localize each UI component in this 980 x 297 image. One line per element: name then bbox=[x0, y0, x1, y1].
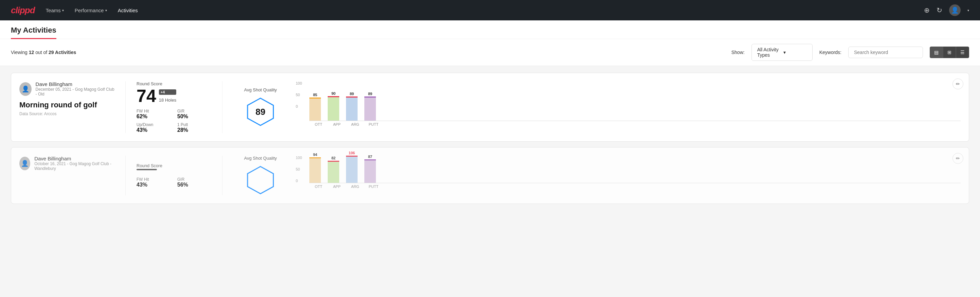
filter-bar: Viewing 12 out of 29 Activities Show: Al… bbox=[0, 39, 980, 66]
hex-value: 89 bbox=[256, 107, 266, 117]
activities-list: ✏ 👤 Dave Billingham December 05, 2021 - … bbox=[0, 66, 980, 216]
activity-type-value: All Activity Types bbox=[757, 47, 781, 58]
bar-ott: 94 bbox=[309, 153, 321, 183]
nav-right: ⊕ ↻ 👤 ▾ bbox=[924, 5, 969, 16]
bar-value-app: 82 bbox=[331, 156, 336, 160]
search-input[interactable] bbox=[848, 46, 923, 58]
nav-label-activities: Activities bbox=[118, 8, 138, 13]
bar-value-ott: 85 bbox=[313, 93, 317, 97]
bar-chart: 100 50 0 94 82 bbox=[296, 156, 961, 195]
quality-label: Avg Shot Quality bbox=[244, 87, 277, 93]
data-source: Data Source: Arccos bbox=[19, 112, 115, 116]
x-label-putt: PUTT bbox=[368, 122, 379, 126]
chevron-down-icon: ▾ bbox=[62, 8, 64, 12]
logo[interactable]: clippd bbox=[11, 5, 35, 16]
bar-arg: 106 bbox=[346, 151, 358, 183]
list-compact-icon: ▤ bbox=[934, 50, 939, 55]
svg-marker-1 bbox=[248, 166, 274, 194]
card-divider bbox=[125, 156, 126, 195]
x-label-arg: ARG bbox=[349, 122, 361, 126]
add-icon[interactable]: ⊕ bbox=[924, 6, 930, 14]
x-label-app: APP bbox=[331, 185, 343, 188]
y-label-50: 50 bbox=[296, 93, 302, 97]
refresh-icon[interactable]: ↻ bbox=[937, 6, 942, 14]
score-placeholder bbox=[137, 169, 157, 170]
nav-item-performance[interactable]: Performance ▾ bbox=[75, 6, 107, 14]
nav-label-teams: Teams bbox=[46, 8, 61, 13]
bar-value-arg: 106 bbox=[349, 151, 355, 155]
person-icon: 👤 bbox=[21, 160, 29, 167]
round-score-label: Round Score bbox=[137, 163, 211, 168]
card-left: 👤 Dave Billingham October 16, 2021 - Gog… bbox=[19, 156, 115, 195]
person-icon: 👤 bbox=[22, 85, 29, 93]
nav-item-teams[interactable]: Teams ▾ bbox=[46, 6, 64, 14]
compact-list-view-button[interactable]: ▤ bbox=[930, 46, 943, 58]
show-label: Show: bbox=[732, 50, 745, 55]
y-label-0: 0 bbox=[296, 179, 302, 183]
bar-arg: 89 bbox=[346, 92, 358, 121]
bar-app: 90 bbox=[328, 91, 339, 121]
viewing-count-text: Viewing 12 out of 29 Activities bbox=[11, 50, 76, 55]
navbar: clippd Teams ▾ Performance ▾ Activities … bbox=[0, 0, 980, 21]
list-icon: ☰ bbox=[960, 50, 965, 55]
bar-value-putt: 87 bbox=[368, 155, 372, 159]
activity-type-dropdown[interactable]: All Activity Types ▾ bbox=[751, 44, 813, 61]
bar-putt: 87 bbox=[364, 155, 376, 183]
list-view-button[interactable]: ☰ bbox=[956, 46, 969, 58]
score-badge: +4 bbox=[159, 89, 176, 95]
avatar: 👤 bbox=[19, 82, 32, 96]
avg-shot-quality: Avg Shot Quality 89 bbox=[233, 81, 288, 133]
page-title: My Activities bbox=[11, 26, 56, 39]
x-label-app: APP bbox=[331, 122, 343, 126]
activity-card: ✏ 👤 Dave Billingham December 05, 2021 - … bbox=[11, 73, 969, 142]
page-header: My Activities bbox=[0, 21, 980, 39]
avatar: 👤 bbox=[19, 156, 30, 170]
x-label-ott: OTT bbox=[313, 185, 324, 188]
bar-value-app: 90 bbox=[331, 91, 336, 96]
user-avatar-button[interactable]: 👤 bbox=[949, 5, 961, 16]
bar-value-arg: 89 bbox=[350, 92, 354, 96]
fw-hit-stat: FW Hit 43% bbox=[137, 177, 170, 188]
person-icon: 👤 bbox=[951, 6, 959, 14]
grid-view-button[interactable]: ⊞ bbox=[943, 46, 956, 58]
user-name: Dave Billingham bbox=[34, 156, 115, 161]
bar-value-ott: 94 bbox=[313, 153, 317, 156]
card-stats: Round Score FW Hit 43% GIR 56% bbox=[137, 156, 211, 195]
updown-stat: Up/Down 43% bbox=[137, 122, 170, 133]
one-putt-stat: 1 Putt 28% bbox=[177, 122, 211, 133]
gir-stat: GIR 50% bbox=[177, 109, 211, 120]
y-label-100: 100 bbox=[296, 156, 302, 160]
round-score-label: Round Score bbox=[137, 81, 211, 86]
bar-value-putt: 89 bbox=[368, 92, 372, 96]
chevron-down-icon[interactable]: ▾ bbox=[967, 8, 969, 12]
hexagon-chart bbox=[245, 165, 276, 195]
nav-item-activities[interactable]: Activities bbox=[118, 6, 138, 14]
user-date: December 05, 2021 - Gog Magog Golf Club … bbox=[36, 87, 115, 96]
bar-chart: 100 50 0 85 90 bbox=[296, 81, 961, 133]
card-left: 👤 Dave Billingham December 05, 2021 - Go… bbox=[19, 81, 115, 133]
bar-ott: 85 bbox=[309, 93, 321, 121]
gir-stat: GIR 56% bbox=[177, 177, 211, 188]
user-name: Dave Billingham bbox=[36, 81, 115, 87]
hexagon-chart: 89 bbox=[245, 96, 276, 127]
bar-putt: 89 bbox=[364, 92, 376, 121]
y-label-0: 0 bbox=[296, 104, 302, 109]
card-divider bbox=[222, 81, 223, 133]
x-label-arg: ARG bbox=[349, 185, 361, 188]
grid-icon: ⊞ bbox=[947, 50, 951, 55]
chevron-down-icon: ▾ bbox=[783, 50, 807, 55]
card-divider bbox=[125, 81, 126, 133]
activity-card: ✏ 👤 Dave Billingham October 16, 2021 - G… bbox=[11, 147, 969, 204]
fw-hit-stat: FW Hit 62% bbox=[137, 109, 170, 120]
score-holes: 18 Holes bbox=[159, 97, 176, 103]
y-label-100: 100 bbox=[296, 81, 302, 85]
card-divider bbox=[222, 156, 223, 195]
bar-app: 82 bbox=[328, 156, 339, 183]
chevron-down-icon: ▾ bbox=[105, 8, 107, 12]
x-label-putt: PUTT bbox=[368, 185, 379, 188]
nav-label-performance: Performance bbox=[75, 8, 104, 13]
user-date: October 16, 2021 - Gog Magog Golf Club -… bbox=[34, 161, 115, 171]
activity-title: Morning round of golf bbox=[19, 101, 115, 109]
keywords-label: Keywords: bbox=[819, 50, 842, 55]
y-label-50: 50 bbox=[296, 167, 302, 171]
